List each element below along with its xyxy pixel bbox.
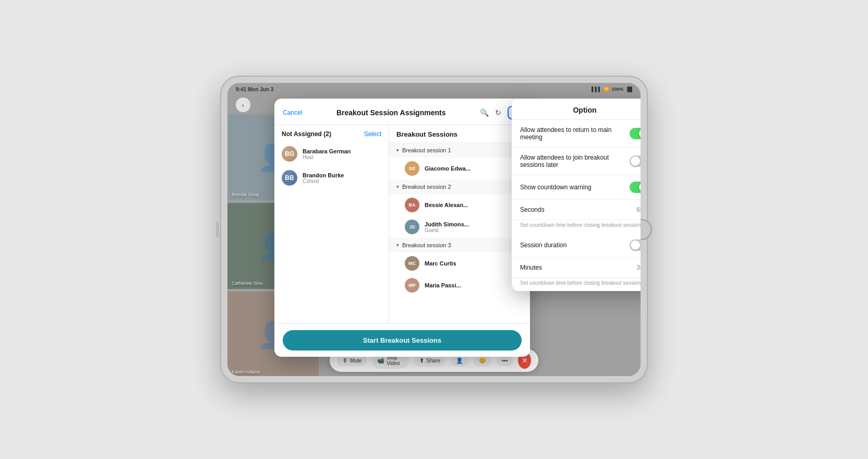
participant-name-brandon: Brandon Burke [303, 172, 344, 178]
sp-name-marc: Marc Curtis [425, 260, 456, 267]
modal-body: Not Assigned (2) Select BG Barabara Germ… [274, 125, 530, 323]
ipad-device: 👤 Brenda Song 👤 Catherine Sinu 👤 Karen A… [220, 76, 648, 383]
modal-title: Breakout Session Assignments [302, 108, 480, 117]
session-header-1[interactable]: ▾ Breakout session 1 [389, 143, 530, 158]
sp-info-marc: Marc Curtis [425, 260, 456, 267]
side-button [216, 222, 219, 237]
avatar-brandon: BB [282, 170, 297, 186]
sp-info-maria: Maria Passi... [425, 282, 461, 288]
avatar-bessie: BA [405, 198, 419, 212]
avatar-maria: MP [405, 278, 419, 293]
participant-info-barabara: Barabara German Host [303, 148, 351, 160]
sp-info-judith: Judith Simons... Guest [425, 221, 469, 233]
toggle-knob-duration [631, 240, 640, 250]
option-label-seconds: Seconds [520, 206, 632, 213]
participant-role-barabara: Host [303, 154, 351, 160]
refresh-icon[interactable]: ↻ [495, 108, 501, 117]
option-seconds[interactable]: Seconds 60 › [512, 200, 641, 220]
session-group-3: ▾ Breakout session 3 MC Marc Curtis [389, 238, 530, 296]
toggle-allow-join-later[interactable] [630, 155, 641, 167]
chevron-icon-1: ▾ [396, 148, 399, 153]
option-label-minutes: Minutes [520, 264, 632, 271]
avatar-barabara: BG [282, 146, 297, 162]
options-panel: Option Allow attendees to return to main… [512, 99, 641, 291]
session-header-3[interactable]: ▾ Breakout session 3 [389, 238, 530, 252]
right-panel-sessions: Breakout Sessions ▾ Breakout session 1 G… [389, 125, 530, 323]
option-value-minutes: 30 [636, 264, 641, 271]
sp-role-judith: Guest [425, 227, 469, 233]
breakout-assignments-modal: Cancel Breakout Session Assignments 🔍 ↻ … [274, 99, 530, 357]
session-participant-bessie[interactable]: BA Bessie Alexan... [389, 194, 530, 216]
modal-header: Cancel Breakout Session Assignments 🔍 ↻ … [274, 99, 530, 125]
option-label-countdown: Show countdown warning [520, 184, 625, 191]
sp-name-judith: Judith Simons... [425, 221, 469, 227]
sp-name-maria: Maria Passi... [425, 282, 461, 288]
toggle-allow-return[interactable] [630, 128, 641, 139]
avatar-marc: MC [405, 256, 419, 271]
participant-name-barabara: Barabara German [303, 148, 351, 154]
session-participant-judith[interactable]: JS Judith Simons... Guest [389, 216, 530, 238]
search-icon[interactable]: 🔍 [480, 108, 489, 117]
select-button[interactable]: Select [364, 130, 381, 138]
session-participant-maria[interactable]: MP Maria Passi... [389, 274, 530, 296]
session-participant-giacomo[interactable]: GE Giacomo Edwa... [389, 158, 530, 179]
toggle-knob-join-later [631, 156, 640, 166]
participant-info-brandon: Brandon Burke Cohost [303, 172, 344, 184]
not-assigned-list: BG Barabara German Host BB Bran [274, 142, 389, 323]
option-countdown-warning: Show countdown warning [512, 175, 641, 200]
option-allow-return: Allow attendees to return to main meetin… [512, 120, 641, 148]
session-name-2: Breakout session 2 [402, 184, 451, 190]
option-label-join-later: Allow attendees to join breakout session… [520, 154, 625, 168]
option-label-return: Allow attendees to return to main meetin… [520, 126, 625, 141]
session-group-1: ▾ Breakout session 1 GE Giacomo Edwa... [389, 143, 530, 179]
left-panel-header: Not Assigned (2) Select [274, 125, 389, 142]
left-panel-not-assigned: Not Assigned (2) Select BG Barabara Germ… [274, 125, 389, 323]
option-minutes[interactable]: Minutes 30 › [512, 258, 641, 278]
session-participant-marc[interactable]: MC Marc Curtis [389, 252, 530, 274]
sp-info-bessie: Bessie Alexan... [425, 202, 468, 208]
participant-item-brandon[interactable]: BB Brandon Burke Cohost [274, 166, 389, 190]
toggle-knob-return [639, 129, 641, 138]
avatar-judith: JS [405, 220, 419, 234]
sp-name-bessie: Bessie Alexan... [425, 202, 468, 208]
chevron-icon-2: ▾ [396, 184, 399, 189]
option-label-duration: Session duration [520, 241, 625, 249]
session-header-2[interactable]: ▾ Breakout session 2 [389, 179, 530, 194]
option-hint-seconds: Set countdown time before closing breako… [512, 220, 641, 233]
screen-content: 👤 Brenda Song 👤 Catherine Sinu 👤 Karen A… [227, 83, 641, 376]
participant-role-brandon: Cohost [303, 178, 344, 184]
options-title: Option [512, 99, 641, 120]
session-name-1: Breakout session 1 [402, 147, 451, 153]
toggle-countdown[interactable] [630, 182, 641, 193]
avatar-giacomo: GE [405, 161, 419, 176]
sp-info-giacomo: Giacomo Edwa... [425, 165, 471, 172]
participant-item-barabara[interactable]: BG Barabara German Host [274, 142, 389, 166]
option-hint-minutes: Set countdown time before closing breako… [512, 278, 641, 291]
start-breakout-button[interactable]: Start Breakout Sessions [283, 330, 522, 351]
toggle-knob-countdown [639, 183, 641, 192]
modal-overlay: Cancel Breakout Session Assignments 🔍 ↻ … [227, 83, 641, 376]
chevron-icon-3: ▾ [396, 243, 399, 248]
ipad-screen: 👤 Brenda Song 👤 Catherine Sinu 👤 Karen A… [227, 83, 641, 376]
not-assigned-label: Not Assigned (2) [282, 130, 331, 138]
toggle-session-duration[interactable] [630, 239, 641, 251]
modal-footer: Start Breakout Sessions [274, 323, 530, 357]
sp-name-giacomo: Giacomo Edwa... [425, 165, 471, 172]
cancel-button[interactable]: Cancel [283, 109, 302, 116]
option-session-duration: Session duration [512, 233, 641, 258]
option-value-seconds: 60 [636, 206, 641, 213]
session-group-2: ▾ Breakout session 2 BA Bessie Alexan... [389, 179, 530, 238]
session-name-3: Breakout session 3 [402, 242, 451, 248]
sessions-header: Breakout Sessions [389, 125, 530, 143]
option-allow-join-later: Allow attendees to join breakout session… [512, 148, 641, 175]
